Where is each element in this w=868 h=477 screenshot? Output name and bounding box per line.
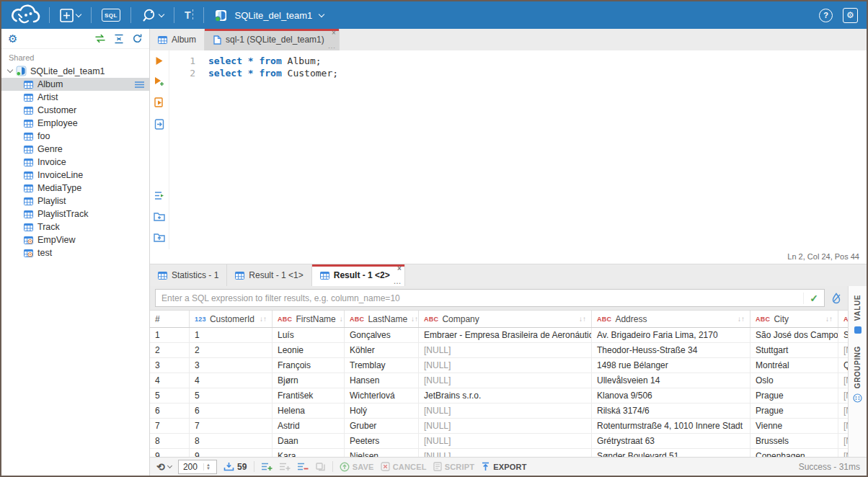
result-tab-statistics-1[interactable]: Statistics - 1 xyxy=(150,264,227,286)
execute-query-button[interactable] xyxy=(155,55,164,68)
tree-item-customer[interactable]: Customer xyxy=(1,104,149,117)
table-cell[interactable]: [NULL] xyxy=(838,449,848,457)
grouping-panel-tab[interactable]: GROUPING xyxy=(853,346,862,403)
table-cell[interactable]: Köhler xyxy=(345,343,419,357)
delete-row-button[interactable] xyxy=(297,462,309,471)
page-size-input[interactable] xyxy=(179,462,203,472)
table-cell[interactable]: Helena xyxy=(273,404,345,418)
export-button[interactable]: EXPORT xyxy=(481,462,526,471)
filter-input[interactable] xyxy=(156,293,803,303)
tree-item-empview[interactable]: EmpView xyxy=(1,233,149,246)
sort-icon[interactable]: ↓↑ xyxy=(579,315,586,323)
format-sql-button[interactable] xyxy=(154,190,165,203)
table-cell[interactable]: 6 xyxy=(150,404,190,418)
table-cell[interactable]: Gruber xyxy=(345,419,419,433)
fetch-all-button[interactable]: 59 xyxy=(223,462,247,472)
table-cell[interactable]: Holý xyxy=(345,404,419,418)
tree-item-foo[interactable]: foo xyxy=(1,130,149,143)
table-cell[interactable]: Nielsen xyxy=(345,449,419,457)
tab-menu-dots-icon[interactable]: ... xyxy=(394,279,402,285)
tree-item-album[interactable]: Album xyxy=(1,78,149,91)
table-cell[interactable]: 7 xyxy=(190,419,273,433)
table-cell[interactable]: Oslo xyxy=(750,373,838,388)
table-cell[interactable]: JetBrains s.r.o. xyxy=(419,388,592,403)
table-cell[interactable]: [NULL] xyxy=(838,404,848,418)
help-button[interactable]: ? xyxy=(819,9,833,22)
column-header-customerid[interactable]: 123CustomerId↓↑ xyxy=(190,311,273,327)
table-cell[interactable]: Luís xyxy=(273,328,345,342)
table-cell[interactable]: Klanova 9/506 xyxy=(592,388,750,403)
table-cell[interactable]: Rilská 3174/6 xyxy=(592,404,750,418)
tab-menu-dots-icon[interactable]: ... xyxy=(328,43,336,50)
collapse-all-icon[interactable] xyxy=(114,34,124,44)
table-cell[interactable]: Bjørn xyxy=(273,373,345,388)
table-cell[interactable]: [NULL] xyxy=(838,388,848,403)
table-cell[interactable]: [NULL] xyxy=(419,358,592,373)
table-cell[interactable]: [NULL] xyxy=(838,343,848,357)
table-cell[interactable]: SP xyxy=(838,328,848,342)
table-cell[interactable]: 1 xyxy=(190,328,273,342)
table-cell[interactable]: 3 xyxy=(190,358,273,373)
column-header-company[interactable]: ABCCompany↓↑ xyxy=(419,311,592,327)
table-cell[interactable]: [NULL] xyxy=(419,449,592,457)
tree-root-connection[interactable]: SQLite_del_team1 xyxy=(1,64,149,78)
table-cell[interactable]: Copenhagen xyxy=(750,449,838,457)
table-cell[interactable]: 9 xyxy=(190,449,273,457)
cloudbeaver-logo[interactable] xyxy=(10,4,42,26)
column-header-rownum[interactable]: # xyxy=(150,311,190,327)
table-cell[interactable]: Kara xyxy=(273,449,345,457)
reload-results-button[interactable]: ⟲ xyxy=(156,462,172,472)
table-cell[interactable]: Sønder Boulevard 51 xyxy=(592,449,750,457)
tree-item-mediatype[interactable]: MediaType xyxy=(1,182,149,195)
explain-plan-button[interactable] xyxy=(154,119,164,133)
table-cell[interactable]: [NULL] xyxy=(419,343,592,357)
table-cell[interactable]: François xyxy=(273,358,345,373)
table-cell[interactable]: 8 xyxy=(190,434,273,448)
table-cell[interactable]: Daan xyxy=(273,434,345,448)
sort-icon[interactable]: ↓↑ xyxy=(260,315,267,323)
value-panel-tab[interactable]: VALUE xyxy=(854,295,862,334)
duplicate-row-button[interactable] xyxy=(279,462,291,471)
navigator-settings-icon[interactable]: ⚙ xyxy=(8,32,17,45)
editor-tab-sql-1-sqlite-del-team1-[interactable]: sql-1 (SQLite_del_team1)×... xyxy=(205,29,340,50)
table-cell[interactable]: 3 xyxy=(150,358,190,373)
tree-item-test[interactable]: test xyxy=(1,246,149,259)
execute-new-tab-button[interactable] xyxy=(154,76,164,89)
table-cell[interactable]: 2 xyxy=(150,343,190,357)
column-header-lastname[interactable]: ABCLastName↓↑ xyxy=(345,311,419,327)
tree-item-invoice[interactable]: Invoice xyxy=(1,156,149,169)
column-header-firstname[interactable]: ABCFirstName↓↑ xyxy=(273,311,345,327)
table-cell[interactable]: Ullevålsveien 14 xyxy=(592,373,750,388)
table-cell[interactable]: Brussels xyxy=(750,434,838,448)
sort-icon[interactable]: ↓↑ xyxy=(340,315,345,323)
table-cell[interactable]: Tremblay xyxy=(345,358,419,373)
table-cell[interactable]: [NULL] xyxy=(838,419,848,433)
close-icon[interactable]: × xyxy=(397,265,402,272)
result-tab-result-1-2-[interactable]: Result - 1 <2>×... xyxy=(312,264,405,286)
tree-item-genre[interactable]: Genre xyxy=(1,143,149,156)
table-cell[interactable]: [NULL] xyxy=(838,434,848,448)
tools-button[interactable] xyxy=(138,6,167,24)
new-sql-editor-button[interactable]: SQL xyxy=(99,7,123,23)
table-cell[interactable]: 6 xyxy=(190,404,273,418)
sort-icon[interactable]: ↓↑ xyxy=(825,315,833,323)
tree-item-track[interactable]: Track xyxy=(1,220,149,233)
table-cell[interactable]: [NULL] xyxy=(419,434,592,448)
table-cell[interactable]: 7 xyxy=(150,419,190,433)
table-cell[interactable]: [NULL] xyxy=(419,404,592,418)
apply-filter-button[interactable]: ✓ xyxy=(803,293,824,304)
sort-icon[interactable]: ↓↑ xyxy=(411,315,418,323)
tree-item-artist[interactable]: Artist xyxy=(1,91,149,104)
new-object-button[interactable] xyxy=(57,7,84,24)
table-cell[interactable]: 2 xyxy=(190,343,273,357)
close-icon[interactable]: × xyxy=(332,30,336,37)
table-cell[interactable]: Hansen xyxy=(345,373,419,388)
tree-item-playlisttrack[interactable]: PlaylistTrack xyxy=(1,208,149,220)
table-cell[interactable]: Av. Brigadeiro Faria Lima, 2170 xyxy=(592,328,750,342)
table-cell[interactable]: Theodor-Heuss-Straße 34 xyxy=(592,343,750,357)
refresh-icon[interactable] xyxy=(132,33,143,44)
execute-script-button[interactable] xyxy=(154,97,164,111)
table-cell[interactable]: 4 xyxy=(190,373,273,388)
connection-selector[interactable]: SQLite_del_team1 xyxy=(211,7,327,24)
tree-item-invoiceline[interactable]: InvoiceLine xyxy=(1,169,149,182)
